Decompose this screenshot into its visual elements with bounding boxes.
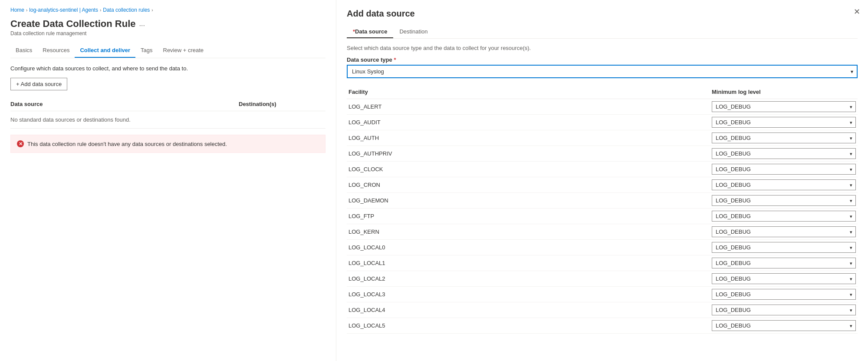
facility-row: LOG_AUDITLOG_DEBUGLOG_INFOLOG_NOTICELOG_… (347, 115, 858, 130)
page-title: Create Data Collection Rule (10, 18, 136, 30)
facility-row: LOG_KERNLOG_DEBUGLOG_INFOLOG_NOTICELOG_W… (347, 224, 858, 240)
breadcrumb-sep-2: › (100, 8, 101, 13)
facility-level-select-wrapper: LOG_DEBUGLOG_INFOLOG_NOTICELOG_WARNINGLO… (710, 271, 858, 287)
datasource-table-header: Data source Destination(s) (10, 97, 326, 111)
error-icon: ✕ (17, 140, 24, 147)
facility-row: LOG_LOCAL4LOG_DEBUGLOG_INFOLOG_NOTICELOG… (347, 302, 858, 318)
error-message: This data collection rule doesn't have a… (27, 141, 227, 147)
col-header-datasource: Data source (10, 101, 239, 107)
facility-level-select-log_audit[interactable]: LOG_DEBUGLOG_INFOLOG_NOTICELOG_WARNINGLO… (712, 117, 856, 128)
facility-name: LOG_LOCAL4 (347, 302, 710, 318)
facility-col-header: Facility (347, 85, 710, 99)
facility-level-select-wrapper: LOG_DEBUGLOG_INFOLOG_NOTICELOG_WARNINGLO… (710, 115, 858, 130)
facility-name: LOG_AUTH (347, 130, 710, 146)
facility-level-select-log_alert[interactable]: LOG_DEBUGLOG_INFOLOG_NOTICELOG_WARNINGLO… (712, 101, 856, 112)
datasource-type-select-wrapper: Linux Syslog Windows Event Logs Performa… (347, 65, 858, 78)
facility-level-select-wrapper: LOG_DEBUGLOG_INFOLOG_NOTICELOG_WARNINGLO… (710, 130, 858, 146)
facility-name: LOG_FTP (347, 209, 710, 224)
facility-level-select-log_local1[interactable]: LOG_DEBUGLOG_INFOLOG_NOTICELOG_WARNINGLO… (712, 258, 856, 268)
facility-level-select-log_local4[interactable]: LOG_DEBUGLOG_INFOLOG_NOTICELOG_WARNINGLO… (712, 305, 856, 315)
facility-level-select-wrapper: LOG_DEBUGLOG_INFOLOG_NOTICELOG_WARNINGLO… (710, 99, 858, 115)
modal-tabs: *Data source Destination (347, 26, 858, 39)
facility-level-select-wrapper: LOG_DEBUGLOG_INFOLOG_NOTICELOG_WARNINGLO… (710, 177, 858, 193)
facility-level-select-wrapper: LOG_DEBUGLOG_INFOLOG_NOTICELOG_WARNINGLO… (710, 255, 858, 271)
facility-level-select-wrapper: LOG_DEBUGLOG_INFOLOG_NOTICELOG_WARNINGLO… (710, 318, 858, 334)
min-log-level-col-header: Minimum log level (710, 85, 858, 99)
facility-level-select-log_ftp[interactable]: LOG_DEBUGLOG_INFOLOG_NOTICELOG_WARNINGLO… (712, 211, 856, 222)
breadcrumb-agents[interactable]: log-analytics-sentinel | Agents (29, 7, 98, 13)
modal-description: Select which data source type and the da… (347, 45, 858, 51)
facility-name: LOG_CRON (347, 177, 710, 193)
datasource-type-required-star: * (394, 56, 396, 63)
col-header-destinations: Destination(s) (239, 101, 326, 107)
facility-row: LOG_FTPLOG_DEBUGLOG_INFOLOG_NOTICELOG_WA… (347, 209, 858, 224)
facility-row: LOG_DAEMONLOG_DEBUGLOG_INFOLOG_NOTICELOG… (347, 193, 858, 209)
facility-row: LOG_LOCAL3LOG_DEBUGLOG_INFOLOG_NOTICELOG… (347, 287, 858, 302)
facility-name: LOG_LOCAL5 (347, 318, 710, 334)
tab-collect-deliver[interactable]: Collect and deliver (75, 43, 135, 58)
facility-level-select-wrapper: LOG_DEBUGLOG_INFOLOG_NOTICELOG_WARNINGLO… (710, 146, 858, 162)
facility-name: LOG_ALERT (347, 99, 710, 115)
datasource-type-select[interactable]: Linux Syslog Windows Event Logs Performa… (347, 65, 858, 78)
facility-table: Facility Minimum log level LOG_ALERTLOG_… (347, 85, 858, 334)
page-title-more[interactable]: ... (139, 20, 145, 28)
facility-level-select-log_local2[interactable]: LOG_DEBUGLOG_INFOLOG_NOTICELOG_WARNINGLO… (712, 273, 856, 284)
facility-name: LOG_AUTHPRIV (347, 146, 710, 162)
left-panel: Home › log-analytics-sentinel | Agents ›… (0, 0, 336, 361)
page-subtitle: Data collection rule management (10, 30, 326, 36)
facility-level-select-log_auth[interactable]: LOG_DEBUGLOG_INFOLOG_NOTICELOG_WARNINGLO… (712, 132, 856, 143)
tab-basics[interactable]: Basics (10, 43, 37, 58)
breadcrumb-sep-1: › (26, 8, 27, 13)
facility-name: LOG_LOCAL2 (347, 271, 710, 287)
breadcrumb-home[interactable]: Home (10, 7, 24, 13)
facility-name: LOG_KERN (347, 224, 710, 240)
facility-level-select-log_kern[interactable]: LOG_DEBUGLOG_INFOLOG_NOTICELOG_WARNINGLO… (712, 226, 856, 237)
facility-row: LOG_LOCAL1LOG_DEBUGLOG_INFOLOG_NOTICELOG… (347, 255, 858, 271)
error-box: ✕ This data collection rule doesn't have… (10, 135, 326, 153)
facility-level-select-log_cron[interactable]: LOG_DEBUGLOG_INFOLOG_NOTICELOG_WARNINGLO… (712, 179, 856, 190)
tab-tags[interactable]: Tags (135, 43, 158, 58)
modal-tab-destination[interactable]: Destination (393, 26, 434, 38)
facility-level-select-log_local0[interactable]: LOG_DEBUGLOG_INFOLOG_NOTICELOG_WARNINGLO… (712, 242, 856, 253)
facility-name: LOG_AUDIT (347, 115, 710, 130)
facility-level-select-wrapper: LOG_DEBUGLOG_INFOLOG_NOTICELOG_WARNINGLO… (710, 302, 858, 318)
facility-level-select-wrapper: LOG_DEBUGLOG_INFOLOG_NOTICELOG_WARNINGLO… (710, 224, 858, 240)
facility-row: LOG_AUTHLOG_DEBUGLOG_INFOLOG_NOTICELOG_W… (347, 130, 858, 146)
facility-row: LOG_LOCAL5LOG_DEBUGLOG_INFOLOG_NOTICELOG… (347, 318, 858, 334)
configure-text: Configure which data sources to collect,… (10, 65, 326, 72)
facility-row: LOG_CRONLOG_DEBUGLOG_INFOLOG_NOTICELOG_W… (347, 177, 858, 193)
facility-level-select-log_authpriv[interactable]: LOG_DEBUGLOG_INFOLOG_NOTICELOG_WARNINGLO… (712, 148, 856, 159)
tab-review-create[interactable]: Review + create (158, 43, 209, 58)
left-tabs: Basics Resources Collect and deliver Tag… (10, 43, 326, 58)
tab-resources[interactable]: Resources (37, 43, 75, 58)
facility-name: LOG_CLOCK (347, 162, 710, 177)
facility-row: LOG_AUTHPRIVLOG_DEBUGLOG_INFOLOG_NOTICEL… (347, 146, 858, 162)
facility-level-select-wrapper: LOG_DEBUGLOG_INFOLOG_NOTICELOG_WARNINGLO… (710, 240, 858, 255)
facility-name: LOG_LOCAL0 (347, 240, 710, 255)
facility-level-select-wrapper: LOG_DEBUGLOG_INFOLOG_NOTICELOG_WARNINGLO… (710, 162, 858, 177)
close-modal-button[interactable]: ✕ (854, 8, 860, 16)
facility-level-select-wrapper: LOG_DEBUGLOG_INFOLOG_NOTICELOG_WARNINGLO… (710, 193, 858, 209)
facility-row: LOG_LOCAL2LOG_DEBUGLOG_INFOLOG_NOTICELOG… (347, 271, 858, 287)
add-data-source-button[interactable]: + Add data source (10, 78, 67, 90)
facility-name: LOG_LOCAL1 (347, 255, 710, 271)
facility-name: LOG_DAEMON (347, 193, 710, 209)
facility-level-select-log_clock[interactable]: LOG_DEBUGLOG_INFOLOG_NOTICELOG_WARNINGLO… (712, 164, 856, 175)
facility-row: LOG_LOCAL0LOG_DEBUGLOG_INFOLOG_NOTICELOG… (347, 240, 858, 255)
add-datasource-modal: ✕ Add data source *Data source Destinati… (336, 0, 868, 361)
facility-level-select-log_daemon[interactable]: LOG_DEBUGLOG_INFOLOG_NOTICELOG_WARNINGLO… (712, 195, 856, 206)
table-empty-message: No standard data sources or destinations… (10, 111, 326, 129)
facility-level-select-log_local5[interactable]: LOG_DEBUGLOG_INFOLOG_NOTICELOG_WARNINGLO… (712, 320, 856, 331)
facility-level-select-wrapper: LOG_DEBUGLOG_INFOLOG_NOTICELOG_WARNINGLO… (710, 287, 858, 302)
facility-level-select-log_local3[interactable]: LOG_DEBUGLOG_INFOLOG_NOTICELOG_WARNINGLO… (712, 289, 856, 300)
breadcrumb-sep-3: › (151, 8, 153, 13)
facility-row: LOG_ALERTLOG_DEBUGLOG_INFOLOG_NOTICELOG_… (347, 99, 858, 115)
datasource-type-label: Data source type * (347, 56, 858, 63)
modal-tab-datasource[interactable]: *Data source (347, 26, 393, 38)
facility-name: LOG_LOCAL3 (347, 287, 710, 302)
breadcrumb: Home › log-analytics-sentinel | Agents ›… (10, 7, 326, 13)
breadcrumb-dcr[interactable]: Data collection rules (103, 7, 150, 13)
modal-title: Add data source (347, 9, 858, 19)
facility-level-select-wrapper: LOG_DEBUGLOG_INFOLOG_NOTICELOG_WARNINGLO… (710, 209, 858, 224)
facility-row: LOG_CLOCKLOG_DEBUGLOG_INFOLOG_NOTICELOG_… (347, 162, 858, 177)
